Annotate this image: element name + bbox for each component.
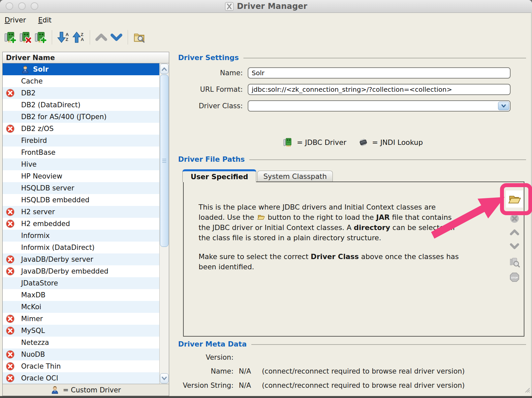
driver-row[interactable]: FrontBase [3, 147, 159, 158]
driver-status-cell [3, 254, 18, 264]
move-down-button[interactable] [109, 29, 124, 46]
tab-user-specified[interactable]: User Specified [182, 169, 256, 182]
toolbar-separator [90, 30, 90, 45]
driver-name-label: JavaDB/Derby server [21, 255, 93, 263]
jdbc-legend-label: = JDBC Driver [297, 138, 346, 147]
jdbc-driver-icon [283, 137, 293, 148]
driver-row[interactable]: Cache [3, 75, 159, 87]
driver-name-column-header[interactable]: Driver Name [3, 52, 169, 63]
section-rule [243, 58, 526, 58]
driver-class-dropdown-button[interactable] [498, 102, 509, 110]
driver-row[interactable]: HP Neoview [3, 170, 159, 182]
driver-row[interactable]: JavaDB/Derby server [3, 253, 159, 265]
zoom-window-button[interactable] [31, 2, 38, 10]
remove-selected-path-button [509, 213, 520, 224]
driver-row[interactable]: DB2 (DataDirect) [3, 99, 159, 111]
url-format-input[interactable] [248, 84, 511, 95]
circle-x-icon [509, 213, 520, 224]
driver-name-label: Hive [21, 160, 37, 168]
svg-text:STOP: STOP [511, 276, 518, 279]
driver-row[interactable]: Netezza [3, 337, 159, 348]
stop-icon: STOP [509, 272, 520, 283]
driver-row[interactable]: MaxDB [3, 289, 159, 301]
svg-text:A: A [81, 37, 84, 42]
driver-status-cell [3, 349, 18, 359]
create-driver-button[interactable] [3, 29, 18, 46]
driver-row[interactable]: JDataStore [3, 277, 159, 289]
file-paths-tabs: User Specified System Classpath [182, 169, 529, 182]
chevron-down-blue-icon [110, 31, 123, 44]
version-string-note: (connect/reconnect required to browse re… [262, 381, 465, 389]
driver-status-cell [3, 314, 18, 324]
driver-name-label: NuoDB [21, 350, 45, 358]
driver-row[interactable]: Oracle OCI [3, 372, 159, 384]
chevron-up-icon [509, 228, 520, 237]
tab-system-classpath[interactable]: System Classpath [257, 171, 332, 182]
driver-row[interactable]: DB2 [3, 87, 159, 99]
toolbar-separator [128, 30, 128, 45]
driver-row[interactable]: JavaDB/Derby embedded [3, 265, 159, 277]
driver-row[interactable]: H2 embedded [3, 218, 159, 230]
driver-row[interactable]: Mimer [3, 313, 159, 325]
minimize-window-button[interactable] [18, 2, 26, 10]
name-label: Name: [178, 69, 243, 77]
driver-name-label: DB2 [21, 89, 36, 97]
driver-error-icon [5, 314, 15, 324]
driver-name-label: DB2 z/OS [21, 125, 54, 133]
driver-row[interactable]: HSQLDB server [3, 182, 159, 194]
driver-meta-data-title: Driver Meta Data [177, 340, 247, 348]
driver-row[interactable]: MySQL [3, 325, 159, 337]
copy-driver-button[interactable] [33, 29, 48, 46]
driver-row[interactable]: DB2 for AS/400 (JTOpen) [3, 111, 159, 123]
folder-search-icon [133, 31, 145, 44]
driver-name-label: Informix (DataDirect) [21, 244, 95, 251]
jndi-legend-label: = JNDI Lookup [372, 138, 423, 147]
scrollbar-thumb[interactable] [160, 75, 169, 247]
custom-driver-legend: = Custom Driver [3, 384, 169, 396]
svg-text:Z: Z [66, 37, 68, 42]
driver-list: SolrCacheDB2DB2 (DataDirect)DB2 for AS/4… [3, 63, 169, 384]
list-scrollbar[interactable] [159, 63, 169, 384]
window-resize-grip[interactable] [524, 387, 530, 394]
open-file-chooser-button[interactable] [506, 190, 523, 208]
sort-asc-icon: AZ [57, 31, 70, 44]
driver-row[interactable]: HSQLDB embedded [3, 194, 159, 206]
scroll-down-button[interactable] [160, 373, 169, 383]
chevron-down-gray-icon [509, 242, 520, 250]
driver-name-input[interactable] [248, 67, 511, 79]
driver-name-label: MaxDB [21, 291, 46, 299]
driver-row[interactable]: Hive [3, 158, 159, 170]
close-window-button[interactable] [6, 2, 13, 10]
driver-name-label: HP Neoview [21, 172, 62, 180]
driver-name-label: Informix [21, 232, 50, 240]
driver-name-label: HSQLDB embedded [21, 196, 89, 204]
sort-ascending-button[interactable]: AZ [56, 29, 71, 46]
driver-row[interactable]: Firebird [3, 135, 159, 147]
menu-driver[interactable]: Driver [5, 16, 26, 24]
driver-name-label: Netezza [21, 339, 49, 347]
driver-class-input[interactable] [248, 100, 511, 112]
menu-edit[interactable]: Edit [38, 16, 52, 24]
find-drivers-button[interactable] [132, 29, 147, 46]
driver-row[interactable]: Solr [3, 63, 159, 75]
driver-row[interactable]: McKoi [3, 301, 159, 313]
driver-row[interactable]: NuoDB [3, 348, 159, 360]
driver-file-paths-section: Driver File Paths User Specified System … [177, 154, 529, 337]
driver-row[interactable]: Informix (DataDirect) [3, 242, 159, 253]
svg-text:A: A [66, 32, 69, 37]
window-title: Driver Manager [237, 2, 307, 11]
driver-name-label: Cache [21, 77, 43, 85]
driver-error-icon [5, 124, 15, 134]
sort-descending-button[interactable]: ZA [71, 29, 86, 46]
driver-row[interactable]: Informix [3, 230, 159, 242]
delete-driver-button[interactable] [18, 29, 33, 46]
driver-row[interactable]: H2 server [3, 206, 159, 218]
driver-row[interactable]: DB2 z/OS [3, 123, 159, 135]
x11-app-icon [225, 2, 234, 11]
driver-name-label: MySQL [21, 327, 45, 335]
scroll-up-button[interactable] [160, 64, 169, 74]
folder-open-icon [508, 192, 521, 206]
toolbar: AZZA [0, 27, 532, 48]
driver-row[interactable]: Oracle Thin [3, 360, 159, 372]
user-specified-panel: This is the place where JDBC drivers and… [183, 182, 524, 337]
